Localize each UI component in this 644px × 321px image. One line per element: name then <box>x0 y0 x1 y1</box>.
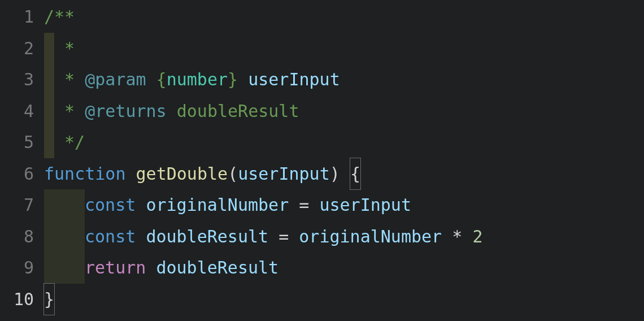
space-token <box>126 164 136 184</box>
variable-token: originalNumber <box>299 227 442 246</box>
code-line[interactable]: } <box>44 284 644 315</box>
indent-guide <box>44 127 54 158</box>
indent-guide <box>44 96 54 127</box>
equals-token: = <box>268 227 299 246</box>
indent-guide <box>44 64 54 96</box>
line-number: 3 <box>0 64 34 96</box>
function-name: getDouble <box>136 164 228 184</box>
param-token: userInput <box>248 70 340 89</box>
space-token <box>136 227 146 246</box>
brace-token: } <box>228 70 248 89</box>
comment-token: * <box>54 101 85 121</box>
line-number: 4 <box>0 96 34 127</box>
comment-token: * <box>54 38 75 58</box>
variable-token: originalNumber <box>146 195 289 215</box>
indent-guide <box>44 252 85 284</box>
brace-token: { <box>146 70 167 89</box>
parameter-token: userInput <box>238 164 330 184</box>
number-literal: 2 <box>472 227 482 246</box>
indent-guide <box>44 189 85 221</box>
returns-value-token: doubleResult <box>177 101 299 121</box>
keyword-return: return <box>85 258 146 277</box>
keyword-const: const <box>85 227 136 246</box>
line-number: 8 <box>0 221 34 253</box>
code-editor[interactable]: /** * * @param {number} userInput * @ret… <box>44 0 644 321</box>
indent-guide <box>44 221 85 253</box>
space-token <box>167 101 177 121</box>
line-number: 5 <box>0 127 34 158</box>
line-number: 1 <box>0 1 34 33</box>
keyword-const: const <box>85 195 136 215</box>
code-line[interactable]: * @param {number} userInput <box>44 64 644 96</box>
jsdoc-tag: @param <box>85 70 146 89</box>
paren-close: ) <box>330 164 340 184</box>
comment-token: */ <box>54 132 85 152</box>
code-line[interactable]: function getDouble(userInput) { <box>44 158 644 190</box>
line-number-gutter: 1 2 3 4 5 6 7 8 9 10 <box>0 0 44 321</box>
keyword-function: function <box>44 164 126 184</box>
code-line[interactable]: * @returns doubleResult <box>44 96 644 127</box>
code-line[interactable]: /** <box>44 1 644 33</box>
line-number-current: 10 <box>0 284 34 315</box>
comment-token: * <box>54 70 85 89</box>
code-line[interactable]: const doubleResult = originalNumber * 2 <box>44 221 644 253</box>
variable-token: doubleResult <box>156 258 279 277</box>
indent-guide <box>44 33 54 64</box>
brace-close-matched: } <box>44 284 54 315</box>
space-token <box>136 195 146 215</box>
equals-token: = <box>289 195 319 215</box>
space-token <box>340 164 350 184</box>
variable-token: doubleResult <box>146 227 268 246</box>
code-line[interactable]: const originalNumber = userInput <box>44 189 644 221</box>
brace-open-matched: { <box>350 158 360 190</box>
comment-token: /** <box>44 7 75 27</box>
line-number: 9 <box>0 252 34 284</box>
code-line[interactable]: return doubleResult <box>44 252 644 284</box>
operator-token: * <box>442 227 472 246</box>
line-number: 2 <box>0 33 34 64</box>
jsdoc-tag: @returns <box>85 101 167 121</box>
paren-open: ( <box>228 164 238 184</box>
type-token: number <box>167 70 228 89</box>
code-line[interactable]: */ <box>44 127 644 158</box>
space-token <box>146 258 156 277</box>
code-line[interactable]: * <box>44 33 644 64</box>
line-number: 6 <box>0 158 34 190</box>
variable-token: userInput <box>319 195 411 215</box>
line-number: 7 <box>0 189 34 221</box>
